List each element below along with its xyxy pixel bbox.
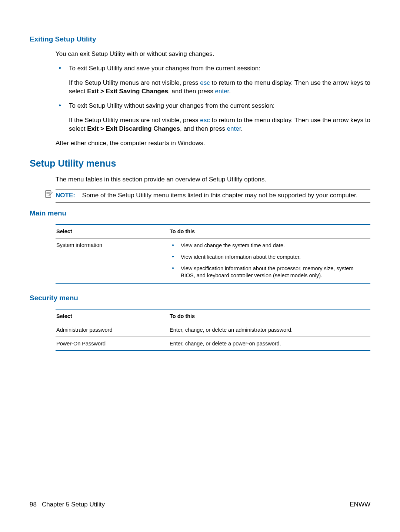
- cell-do: Enter, change, or delete a power-on pass…: [169, 337, 370, 351]
- note-icon: [44, 190, 53, 198]
- heading-setup-menus: Setup Utility menus: [30, 158, 370, 169]
- list-item: View and change the system time and date…: [170, 242, 367, 249]
- note-text: Some of the Setup Utility menu items lis…: [82, 192, 358, 199]
- th-todo: To do this: [169, 224, 370, 238]
- table-row: System information View and change the s…: [56, 238, 370, 283]
- heading-exiting-setup: Exiting Setup Utility: [30, 35, 370, 43]
- main-menu-table: Select To do this System information Vie…: [56, 224, 370, 283]
- page-footer: 98 Chapter 5 Setup Utility ENWW: [30, 501, 370, 508]
- note-block: NOTE: Some of the Setup Utility menu ite…: [56, 190, 370, 203]
- key-esc: esc: [200, 79, 210, 86]
- list-item: To exit Setup Utility and save your chan…: [56, 64, 370, 96]
- menus-intro: The menu tables in this section provide …: [56, 175, 370, 184]
- menu-path: Exit > Exit Saving Changes: [87, 88, 168, 95]
- cell-do: View and change the system time and date…: [169, 238, 370, 283]
- menu-path: Exit > Exit Discarding Changes: [87, 125, 180, 132]
- footer-right: ENWW: [350, 501, 370, 508]
- list-item: To exit Setup Utility without saving you…: [56, 102, 370, 133]
- text-run: , and then press: [180, 125, 227, 132]
- text-run: .: [229, 88, 231, 95]
- text-run: If the Setup Utility menus are not visib…: [69, 117, 200, 124]
- exiting-bullets: To exit Setup Utility and save your chan…: [56, 64, 370, 133]
- table-row: Power-On Password Enter, change, or dele…: [56, 337, 370, 351]
- key-enter: enter: [215, 88, 229, 95]
- cell-do: Enter, change, or delete an administrato…: [169, 323, 370, 337]
- note-label: NOTE:: [56, 192, 75, 199]
- cell-select: Administrator password: [56, 323, 169, 337]
- page-number: 98: [30, 501, 37, 508]
- security-menu-table: Select To do this Administrator password…: [56, 309, 370, 351]
- list-item: View specification information about the…: [170, 265, 367, 279]
- cell-select: System information: [56, 238, 169, 283]
- chapter-label: Chapter 5 Setup Utility: [42, 501, 105, 508]
- th-select: Select: [56, 309, 169, 323]
- bullet-lead: To exit Setup Utility and save your chan…: [69, 65, 260, 72]
- bullet-detail: If the Setup Utility menus are not visib…: [69, 116, 370, 133]
- text-run: .: [241, 125, 243, 132]
- bullet-detail: If the Setup Utility menus are not visib…: [69, 79, 370, 96]
- table-row: Administrator password Enter, change, or…: [56, 323, 370, 337]
- text-run: If the Setup Utility menus are not visib…: [69, 79, 200, 86]
- list-item: View identification information about th…: [170, 254, 367, 261]
- text-run: , and then press: [168, 88, 215, 95]
- key-esc: esc: [200, 117, 210, 124]
- exiting-after: After either choice, the computer restar…: [56, 139, 370, 148]
- cell-select: Power-On Password: [56, 337, 169, 351]
- th-select: Select: [56, 224, 169, 238]
- th-todo: To do this: [169, 309, 370, 323]
- bullet-lead: To exit Setup Utility without saving you…: [69, 102, 275, 109]
- heading-main-menu: Main menu: [30, 209, 370, 217]
- exiting-intro: You can exit Setup Utility with or witho…: [56, 50, 370, 58]
- key-enter: enter: [227, 125, 241, 132]
- heading-security-menu: Security menu: [30, 294, 370, 302]
